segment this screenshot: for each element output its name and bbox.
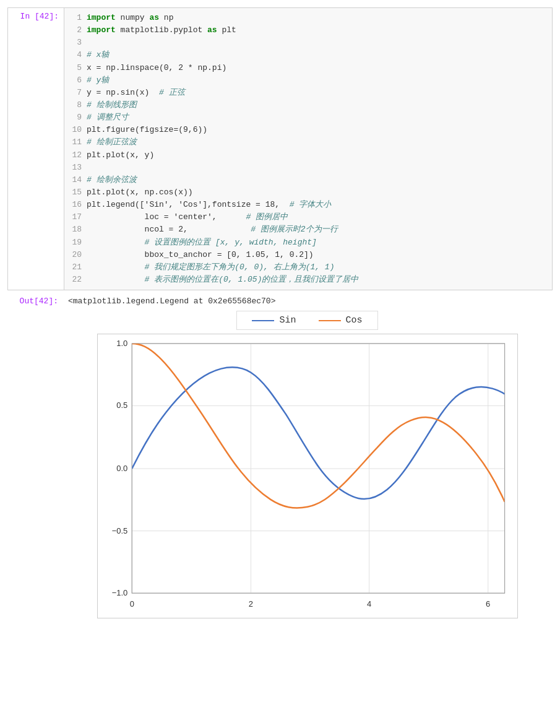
line-number: 14 (69, 174, 87, 186)
line-content: plt.plot(x, y) (87, 149, 547, 162)
line-number: 2 (69, 24, 87, 37)
x-tick-4: 4 (366, 599, 371, 609)
line-content: # x轴 (87, 49, 547, 61)
line-content: bbox_to_anchor = [0, 1.05, 1, 0.2]) (87, 249, 547, 261)
code-line: 18 ncol = 2, # 图例展示时2个为一行 (69, 223, 547, 236)
line-number: 1 (69, 12, 87, 24)
code-line: 13 (69, 162, 547, 174)
legend-sin-line (252, 320, 274, 321)
line-content: plt.legend(['Sin', 'Cos'],fontsize = 18,… (87, 199, 547, 211)
code-line: 2import matplotlib.pyplot as plt (69, 24, 547, 37)
cell-code-area[interactable]: 1import numpy as np2import matplotlib.py… (64, 8, 552, 290)
line-content: plt.figure(figsize=(9,6)) (87, 124, 547, 136)
output-content: <matplotlib.legend.Legend at 0x2e65568ec… (63, 294, 553, 308)
legend-cos-line (319, 320, 341, 321)
line-number: 10 (69, 124, 87, 136)
chart-area: 1.0 0.5 0.0 −0.5 −1.0 0 2 4 6 (97, 334, 518, 618)
line-content (87, 37, 547, 49)
y-tick-0-5: 0.5 (116, 401, 127, 410)
code-line: 12plt.plot(x, y) (69, 149, 547, 162)
line-number: 22 (69, 274, 87, 286)
code-line: 6# y轴 (69, 74, 547, 87)
line-content (87, 162, 547, 174)
line-content: # 绘制余弦波 (87, 174, 547, 186)
line-number: 5 (69, 62, 87, 74)
line-content: # 我们规定图形左下角为(0, 0), 右上角为(1, 1) (87, 261, 547, 274)
line-number: 12 (69, 149, 87, 162)
line-content: # 绘制正弦波 (87, 136, 547, 149)
x-tick-2: 2 (248, 599, 252, 609)
code-line: 8# 绘制线形图 (69, 99, 547, 111)
line-content: plt.plot(x, np.cos(x)) (87, 186, 547, 199)
y-tick-1-0: 1.0 (116, 339, 127, 348)
line-number: 20 (69, 249, 87, 261)
line-content: # 调整尺寸 (87, 111, 547, 124)
cell-input-label: In [42]: (8, 8, 64, 290)
code-line: 1import numpy as np (69, 12, 547, 24)
code-line: 19 # 设置图例的位置 [x, y, width, height] (69, 236, 547, 249)
x-tick-6: 6 (486, 599, 490, 609)
code-line: 4# x轴 (69, 49, 547, 61)
code-line: 14# 绘制余弦波 (69, 174, 547, 186)
code-line: 17 loc = 'center', # 图例居中 (69, 211, 547, 223)
y-tick-n0-5: −0.5 (111, 526, 127, 535)
code-line: 7y = np.sin(x) # 正弦 (69, 87, 547, 99)
output-label: Out[42]: (7, 294, 63, 308)
line-content: import numpy as np (87, 12, 547, 24)
cell-output: Out[42]: <matplotlib.legend.Legend at 0x… (7, 294, 553, 308)
code-line: 3 (69, 37, 547, 49)
line-content: # y轴 (87, 74, 547, 87)
line-number: 8 (69, 99, 87, 111)
legend-cos: Cos (319, 315, 363, 326)
legend-box: Sin Cos (236, 311, 377, 330)
line-content: # 表示图例的位置在(0, 1.05)的位置，且我们设置了居中 (87, 274, 547, 286)
legend-cos-label: Cos (346, 315, 363, 326)
line-content: ncol = 2, # 图例展示时2个为一行 (87, 223, 547, 236)
line-number: 19 (69, 236, 87, 249)
line-content: y = np.sin(x) # 正弦 (87, 87, 547, 99)
line-content: import matplotlib.pyplot as plt (87, 24, 547, 37)
line-number: 4 (69, 49, 87, 61)
code-line: 9# 调整尺寸 (69, 111, 547, 124)
notebook-cell: In [42]: 1import numpy as np2import matp… (0, 0, 560, 631)
code-line: 10plt.figure(figsize=(9,6)) (69, 124, 547, 136)
code-line: 16plt.legend(['Sin', 'Cos'],fontsize = 1… (69, 199, 547, 211)
line-content: x = np.linspace(0, 2 * np.pi) (87, 62, 547, 74)
line-content: # 设置图例的位置 [x, y, width, height] (87, 236, 547, 249)
line-number: 16 (69, 199, 87, 211)
y-tick-n1-0: −1.0 (111, 588, 127, 597)
code-line: 20 bbox_to_anchor = [0, 1.05, 1, 0.2]) (69, 249, 547, 261)
line-number: 18 (69, 223, 87, 236)
code-line: 22 # 表示图例的位置在(0, 1.05)的位置，且我们设置了居中 (69, 274, 547, 286)
code-line: 11# 绘制正弦波 (69, 136, 547, 149)
line-number: 21 (69, 261, 87, 274)
chart-svg: 1.0 0.5 0.0 −0.5 −1.0 0 2 4 6 (98, 334, 517, 618)
y-tick-0-0: 0.0 (116, 464, 127, 473)
line-number: 17 (69, 211, 87, 223)
code-line: 21 # 我们规定图形左下角为(0, 0), 右上角为(1, 1) (69, 261, 547, 274)
line-number: 11 (69, 136, 87, 149)
code-line: 15plt.plot(x, np.cos(x)) (69, 186, 547, 199)
line-number: 3 (69, 37, 87, 49)
legend-sin: Sin (252, 315, 296, 326)
cell-input: In [42]: 1import numpy as np2import matp… (7, 7, 553, 290)
line-number: 9 (69, 111, 87, 124)
x-tick-0: 0 (129, 599, 134, 609)
plot-container: Sin Cos (62, 311, 553, 618)
line-number: 6 (69, 74, 87, 87)
line-number: 13 (69, 162, 87, 174)
legend-sin-label: Sin (279, 315, 296, 326)
line-content: # 绘制线形图 (87, 99, 547, 111)
line-content: loc = 'center', # 图例居中 (87, 211, 547, 223)
line-number: 15 (69, 186, 87, 199)
svg-rect-1 (132, 344, 504, 593)
code-line: 5x = np.linspace(0, 2 * np.pi) (69, 62, 547, 74)
line-number: 7 (69, 87, 87, 99)
